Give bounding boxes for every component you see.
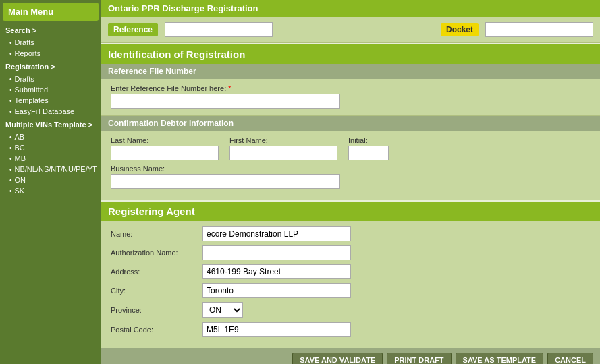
main-content: Ontario PPR Discharge Registration Refer…	[101, 0, 600, 364]
agent-city-input[interactable]	[202, 283, 351, 298]
ref-file-label: Enter Reference File Number here: *	[111, 84, 591, 92]
sidebar-item-nb-etc[interactable]: NB/NL/NS/NT/NU/PE/YT	[0, 164, 101, 175]
ref-file-input[interactable]	[111, 94, 340, 109]
first-name-input[interactable]	[229, 146, 337, 160]
sidebar-item-ab[interactable]: AB	[0, 131, 101, 142]
ref-file-subsection-header: Reference File Number	[101, 64, 600, 79]
docket-input[interactable]	[485, 22, 593, 37]
save-template-button[interactable]: SAVE AS TEMPLATE	[456, 353, 544, 364]
reference-label: Reference	[108, 23, 158, 36]
main-menu-header: Main Menu	[3, 3, 99, 21]
ref-file-group: Enter Reference File Number here: *	[111, 84, 591, 109]
search-section-label[interactable]: Search >	[0, 24, 101, 37]
cancel-button[interactable]: CANCEL	[547, 353, 593, 364]
sidebar-item-reports[interactable]: Reports	[0, 48, 101, 59]
identification-section-header: Identification of Registration	[101, 44, 600, 64]
confirmation-debtor-subsection-header: Confirmation Debtor Information	[101, 116, 600, 131]
last-name-group: Last Name:	[111, 136, 219, 160]
sidebar-item-drafts-search[interactable]: Drafts	[0, 37, 101, 48]
agent-form-area: Name: Authorization Name: Address: City:…	[101, 221, 600, 348]
sidebar-item-mb[interactable]: MB	[0, 153, 101, 164]
initial-label: Initial:	[348, 136, 389, 144]
ref-file-form-area: Enter Reference File Number here: *	[101, 79, 600, 116]
initial-input[interactable]	[348, 146, 389, 160]
sidebar-item-on[interactable]: ON	[0, 175, 101, 185]
sidebar-item-drafts-reg[interactable]: Drafts	[0, 73, 101, 84]
save-validate-button[interactable]: SAVE AND VALIDATE	[292, 353, 383, 364]
province-select[interactable]: ON AB BC MB NB NL NS NT NU PE QC SK YT	[202, 302, 243, 318]
last-name-input[interactable]	[111, 146, 219, 160]
last-name-label: Last Name:	[111, 136, 219, 144]
agent-auth-label: Authorization Name:	[111, 249, 198, 257]
business-name-row: Business Name:	[111, 164, 591, 189]
first-name-label: First Name:	[229, 136, 337, 144]
business-name-label: Business Name:	[111, 164, 340, 173]
agent-province-label: Province:	[111, 306, 198, 314]
agent-city-row: City:	[111, 283, 591, 298]
initial-group: Initial:	[348, 136, 389, 160]
agent-postal-row: Postal Code:	[111, 322, 591, 337]
sidebar-item-sk[interactable]: SK	[0, 185, 101, 196]
sidebar-item-submitted[interactable]: Submitted	[0, 84, 101, 95]
agent-postal-input[interactable]	[202, 322, 351, 337]
sidebar-item-bc[interactable]: BC	[0, 142, 101, 153]
top-bar: Reference Docket	[101, 17, 600, 43]
docket-label: Docket	[441, 23, 479, 36]
agent-addr-row: Address:	[111, 264, 591, 279]
registering-agent-section-header: Registering Agent	[101, 202, 600, 221]
footer-bar: SAVE AND VALIDATE PRINT DRAFT SAVE AS TE…	[101, 348, 600, 364]
agent-postal-label: Postal Code:	[111, 326, 198, 334]
agent-city-label: City:	[111, 286, 198, 295]
required-star: *	[228, 84, 231, 92]
debtor-name-row: Last Name: First Name: Initial:	[111, 136, 591, 160]
agent-name-row: Name:	[111, 226, 591, 241]
multiple-vins-section-label[interactable]: Multiple VINs Template >	[0, 118, 101, 131]
agent-auth-row: Authorization Name:	[111, 245, 591, 260]
agent-province-row: Province: ON AB BC MB NB NL NS NT NU PE …	[111, 302, 591, 318]
page-title: Ontario PPR Discharge Registration	[101, 0, 600, 17]
sidebar-item-templates[interactable]: Templates	[0, 95, 101, 106]
reference-input[interactable]	[165, 22, 273, 37]
confirmation-debtor-form-area: Last Name: First Name: Initial: Business…	[101, 131, 600, 200]
agent-name-input[interactable]	[202, 226, 351, 241]
agent-addr-input[interactable]	[202, 264, 351, 279]
agent-name-label: Name:	[111, 230, 198, 238]
business-name-input[interactable]	[111, 174, 340, 189]
print-draft-button[interactable]: PRINT DRAFT	[387, 353, 451, 364]
sidebar: Main Menu Search > Drafts Reports Regist…	[0, 0, 101, 364]
first-name-group: First Name:	[229, 136, 337, 160]
agent-auth-input[interactable]	[202, 245, 351, 260]
sidebar-item-easyfill[interactable]: EasyFill Database	[0, 106, 101, 117]
agent-addr-label: Address:	[111, 268, 198, 276]
registration-section-label[interactable]: Registration >	[0, 60, 101, 73]
business-name-group: Business Name:	[111, 164, 340, 189]
